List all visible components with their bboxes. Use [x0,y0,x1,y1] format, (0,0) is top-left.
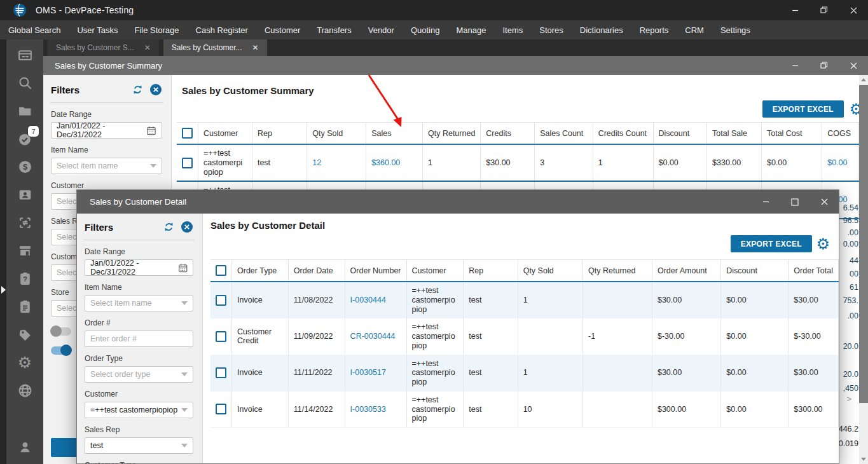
col-total-cost[interactable]: Total Cost [761,123,822,145]
menu-stores[interactable]: Stores [531,25,572,35]
transfer-scan-icon[interactable] [17,214,33,231]
cash-icon[interactable]: $ [17,158,33,175]
refresh-icon[interactable] [163,221,175,233]
row-checkbox[interactable] [216,404,226,414]
close-icon[interactable] [839,0,868,20]
minimize-icon[interactable] [780,0,809,20]
col-total-sale[interactable]: Total Sale [707,123,762,145]
col-discount[interactable]: Discount [653,123,707,145]
cell-order-number-link[interactable]: CR-0030444 [345,318,406,355]
clear-filters-icon[interactable] [149,83,162,96]
cell-sales-link[interactable]: $360.00 [366,144,423,181]
tab-close-icon[interactable]: ✕ [144,43,151,52]
menu-global-search[interactable]: Global Search [0,25,69,35]
grid-settings-gear-icon[interactable]: ⚙ [816,236,830,252]
menu-vendor[interactable]: Vendor [360,25,403,35]
col-order-date[interactable]: Order Date [288,260,345,282]
col-discount[interactable]: Discount [721,260,789,282]
grid-icon[interactable] [17,46,33,63]
cell-order-number-link[interactable]: I-0030533 [345,391,406,427]
menu-reports[interactable]: Reports [631,25,677,35]
scrollbar-thumb[interactable] [859,85,868,403]
menu-settings[interactable]: Settings [712,25,759,35]
customer-select[interactable]: =++test castomerpiopiop [85,402,193,418]
minimize-icon[interactable] [780,56,809,75]
col-credits[interactable]: Credits [481,123,535,145]
col-order-amount[interactable]: Order Amount [652,260,720,282]
pagination-next[interactable]: > [846,394,851,404]
clipboard-question-icon[interactable]: ? [17,270,33,287]
profile-icon[interactable] [17,439,33,455]
date-range-input[interactable]: Jan/01/2022 - Dec/31/2022 [85,259,193,276]
menu-crm[interactable]: CRM [677,25,712,35]
date-range-input[interactable]: Jan/01/2022 - Dec/31/2022 [51,122,162,139]
tab-close-icon[interactable]: ✕ [252,43,259,52]
clear-filters-icon[interactable] [181,221,193,233]
search-icon[interactable] [17,74,33,91]
row-checkbox[interactable] [216,295,226,306]
menu-quoting[interactable]: Quoting [403,25,448,35]
menu-customer[interactable]: Customer [256,25,308,35]
contact-card-icon[interactable] [17,186,33,203]
sidebar-expand-icon[interactable] [1,286,6,294]
cell-cogs-link[interactable]: $0.00 [822,144,859,181]
menu-manage[interactable]: Manage [448,25,494,35]
col-customer[interactable]: Customer [406,260,464,282]
order-type-select[interactable]: Select order type [85,366,193,383]
globe-icon[interactable] [17,382,33,399]
storefront-icon[interactable] [17,242,33,259]
col-rep[interactable]: Rep [252,123,307,145]
col-order-total[interactable]: Order Total [789,260,839,282]
row-checkbox[interactable] [216,367,226,378]
col-qty-returned[interactable]: Qty Returned [423,123,481,145]
scroll-down-icon[interactable] [861,458,866,461]
tasks-check-icon[interactable]: 7 [17,130,33,147]
select-all-checkbox[interactable] [182,128,193,139]
col-customer[interactable]: Customer [198,123,252,145]
minimize-icon[interactable] [751,190,780,214]
export-excel-button[interactable]: EXPORT EXCEL [731,235,812,252]
order-number-input[interactable]: Enter order # [85,331,193,347]
menu-items[interactable]: Items [494,25,531,35]
folder-icon[interactable] [17,102,33,119]
col-qty-sold[interactable]: Qty Sold [307,123,366,145]
select-all-checkbox[interactable] [216,265,226,276]
close-icon[interactable] [839,56,868,75]
toggle-on[interactable] [51,346,71,355]
row-checkbox[interactable] [182,158,193,168]
vertical-scrollbar[interactable] [859,75,868,464]
restore-icon[interactable] [809,0,839,20]
cell-qty-sold-link[interactable]: 12 [307,144,366,181]
item-name-select[interactable]: Select item name [51,158,162,174]
toggle-off[interactable] [51,327,71,336]
col-cogs[interactable]: COGS [822,123,859,145]
item-name-select[interactable]: Select item name [85,295,193,311]
refresh-icon[interactable] [132,84,144,95]
tab-sales-by-customer-detail[interactable]: Sales by Customer... ✕ [163,39,267,56]
maximize-icon[interactable] [780,190,809,214]
cell-order-number-link[interactable]: I-0030517 [345,355,406,391]
menu-cash-register[interactable]: Cash Register [188,25,256,35]
col-sales[interactable]: Sales [366,123,423,145]
col-order-number[interactable]: Order Number [345,260,406,282]
menu-transfers[interactable]: Transfers [308,25,359,35]
gear-icon[interactable]: ⚙ [17,354,33,371]
cell-order-number-link[interactable]: I-0030444 [345,282,406,318]
clipboard-list-icon[interactable] [17,298,33,315]
menu-file-storage[interactable]: File Storage [126,25,187,35]
sales-rep-select[interactable]: test [85,437,193,454]
menu-user-tasks[interactable]: User Tasks [69,25,126,35]
col-order-type[interactable]: Order Type [232,260,289,282]
export-excel-button[interactable]: EXPORT EXCEL [762,100,844,118]
col-qty-sold[interactable]: Qty Sold [518,260,582,282]
scroll-up-icon[interactable] [861,78,866,81]
restore-icon[interactable] [809,56,839,75]
menu-dictionaries[interactable]: Dictionaries [572,25,631,35]
col-rep[interactable]: Rep [464,260,518,282]
col-credits-count[interactable]: Credits Count [593,123,653,145]
row-checkbox[interactable] [216,331,226,342]
tab-sales-by-customer-summary[interactable]: Sales by Customer S... ✕ [48,39,159,56]
col-sales-count[interactable]: Sales Count [535,123,593,145]
tag-icon[interactable] [17,326,33,343]
col-qty-returned[interactable]: Qty Returned [583,260,652,282]
